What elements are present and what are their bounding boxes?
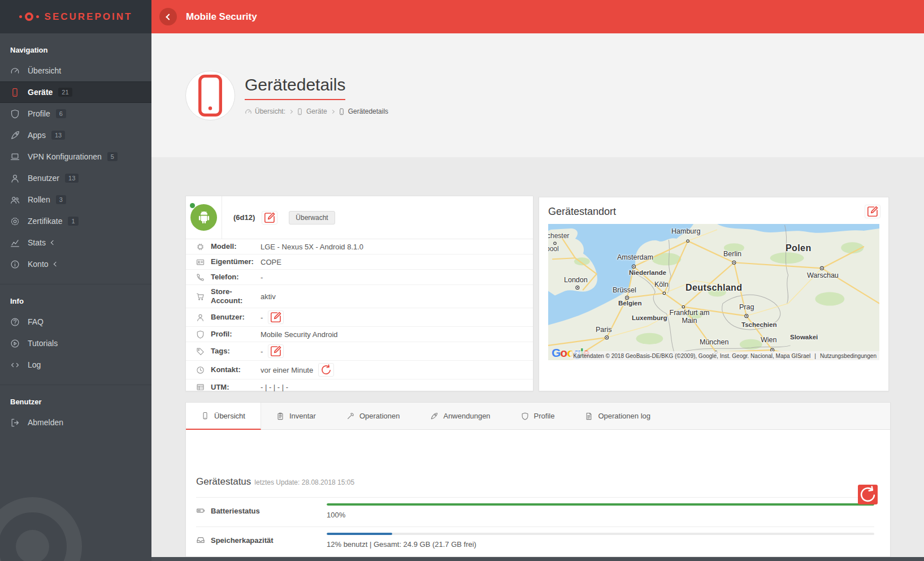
breadcrumb: Übersicht: Geräte Gerätedetails <box>245 107 388 115</box>
storage-caption: 12% benutzt | Gesamt: 24.9 GB (21.7 GB f… <box>327 540 874 549</box>
tab-uebersicht[interactable]: Übersicht <box>186 403 261 430</box>
breadcrumb-geraetedetails: Gerätedetails <box>338 107 388 115</box>
map-label: Niederlande <box>629 269 666 276</box>
map-label: Brüssel <box>613 286 636 294</box>
user-icon <box>10 174 20 183</box>
tab-operationen-log[interactable]: Operationen log <box>570 403 666 429</box>
brand-logo[interactable]: SECUREPOINT <box>0 0 151 33</box>
mobile-phone-icon <box>338 108 345 115</box>
back-button[interactable] <box>159 8 177 25</box>
sidebar-item-konto[interactable]: Konto <box>0 253 151 275</box>
sidebar-item-vpn[interactable]: VPN Konfigurationen 5 <box>0 146 151 167</box>
shield-icon <box>196 330 205 339</box>
edit-pencil-icon <box>268 311 283 323</box>
device-row-tags: Tags: - <box>186 342 533 361</box>
count-badge: 21 <box>58 88 72 97</box>
sidebar-item-abmelden[interactable]: Abmelden <box>0 412 151 433</box>
sidebar-item-label: Übersicht <box>28 66 61 75</box>
play-icon <box>10 339 20 348</box>
clipboard-icon <box>276 412 284 420</box>
map-label: Warschau <box>807 271 839 279</box>
rocket-icon <box>10 131 20 140</box>
sidebar-item-zertifikate[interactable]: Zertifikate 1 <box>0 210 151 232</box>
sidebar-item-faq[interactable]: FAQ <box>0 311 151 333</box>
edit-pencil-icon <box>865 205 880 218</box>
edit-user-button[interactable] <box>268 310 284 324</box>
breadcrumb-geraete[interactable]: Geräte <box>296 107 327 115</box>
device-code: (6d12) <box>233 213 255 222</box>
tab-inventar[interactable]: Inventar <box>261 403 331 429</box>
document-icon <box>585 412 593 420</box>
bottom-strip <box>151 557 924 561</box>
map-attribution: Kartendaten © 2018 GeoBasis-DE/BKG (©200… <box>570 351 879 360</box>
terms-link[interactable]: Nutzungsbedingungen <box>820 353 877 359</box>
sidebar-item-label: FAQ <box>28 317 44 326</box>
sidebar-item-uebersicht[interactable]: Übersicht <box>0 60 151 81</box>
page-avatar <box>185 71 235 120</box>
sidebar-item-label: Log <box>28 360 41 369</box>
chart-icon <box>10 238 20 248</box>
sidebar-item-label: Geräte <box>28 88 53 97</box>
main-area: Mobile Security Gerätedetails Übersicht:… <box>151 0 924 561</box>
edit-location-button[interactable] <box>865 205 880 218</box>
info-icon <box>10 260 20 269</box>
refresh-status-button[interactable] <box>858 485 878 504</box>
edit-pencil-icon <box>268 345 283 357</box>
google-map[interactable]: chester pool Hamburg Amsterdam Niederlan… <box>548 224 879 360</box>
map-label: Deutschland <box>686 283 742 293</box>
sidebar-item-benutzer[interactable]: Benutzer 13 <box>0 167 151 189</box>
device-row-utm: UTM: - | - | - | - <box>186 379 533 395</box>
nav-section-label: Navigation <box>0 33 151 60</box>
storage-progress-fill <box>327 533 392 535</box>
count-badge: 1 <box>68 217 78 226</box>
map-label: Hamburg <box>671 227 700 235</box>
edit-device-name-button[interactable] <box>262 211 277 225</box>
table-icon <box>196 383 205 391</box>
map-label: Polen <box>786 243 812 253</box>
device-status-heading: Gerätestatusletztes Update: 28.08.2018 1… <box>196 476 890 487</box>
map-label: Luxemburg <box>632 314 667 321</box>
content-area: (6d12) Überwacht Modell: LGE - Nexus 5X … <box>151 157 924 561</box>
sidebar-item-label: Tutorials <box>28 339 58 348</box>
breadcrumb-uebersicht[interactable]: Übersicht: <box>245 107 285 115</box>
page-header: Gerätedetails Übersicht: Geräte Geräted <box>151 33 924 157</box>
map-label: Prag <box>739 303 754 311</box>
sidebar-item-stats[interactable]: Stats <box>0 232 151 253</box>
tab-operationen[interactable]: Operationen <box>331 403 415 429</box>
users-icon <box>10 195 20 205</box>
storage-status-row: Speicherkapazität 12% benutzt | Gesamt: … <box>196 527 874 556</box>
info-section-label: Info <box>0 284 151 311</box>
edit-pencil-icon <box>262 212 277 224</box>
map-label: London <box>564 276 588 284</box>
tab-anwendungen[interactable]: Anwendungen <box>415 403 505 429</box>
storage-icon <box>196 536 205 545</box>
count-badge: 13 <box>51 131 65 140</box>
sidebar-item-rollen[interactable]: Rollen 3 <box>0 189 151 210</box>
battery-caption: 100% <box>327 511 874 519</box>
refresh-contact-button[interactable] <box>318 363 334 377</box>
device-card-header: (6d12) Überwacht <box>186 196 533 239</box>
map-label: Wien <box>761 336 776 344</box>
brand-name: SECUREPOINT <box>45 11 133 23</box>
chevron-right-icon <box>331 109 335 113</box>
sidebar-item-geraete[interactable]: Geräte 21 <box>0 81 151 103</box>
topbar: Mobile Security <box>151 0 924 33</box>
edit-tags-button[interactable] <box>268 344 284 358</box>
map-label: pool <box>548 245 559 253</box>
code-icon <box>10 360 20 370</box>
logout-icon <box>10 418 20 428</box>
sidebar-item-profile[interactable]: Profile 6 <box>0 103 151 124</box>
sidebar-item-label: Zertifikate <box>28 217 62 226</box>
tab-profile[interactable]: Profile <box>506 403 570 429</box>
refresh-icon <box>858 485 878 504</box>
sidebar-item-apps[interactable]: Apps 13 <box>0 124 151 146</box>
sidebar-item-tutorials[interactable]: Tutorials <box>0 333 151 354</box>
page-title: Gerätedetails <box>245 75 345 100</box>
laptop-icon <box>10 152 20 162</box>
map-label: München <box>700 338 728 346</box>
map-label: chester <box>548 232 569 240</box>
sidebar-item-label: Abmelden <box>28 418 63 427</box>
sidebar-item-log[interactable]: Log <box>0 354 151 376</box>
certificate-icon <box>10 217 20 226</box>
count-badge: 3 <box>56 195 66 204</box>
